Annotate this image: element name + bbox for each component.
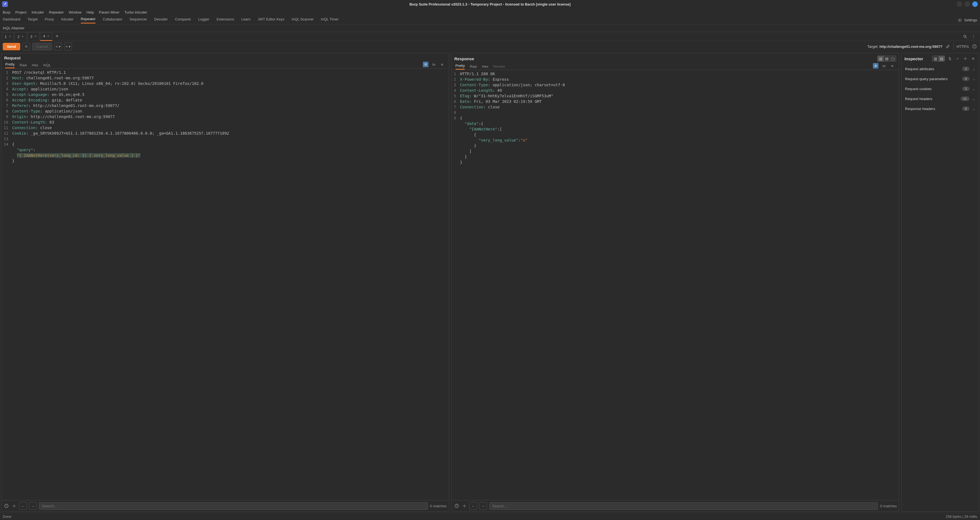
menu-project[interactable]: Project [15, 10, 26, 14]
chevron-down-icon: ⌄ [972, 97, 975, 101]
request-tab-pretty[interactable]: Pretty [5, 62, 15, 68]
help-icon[interactable]: ? [3, 503, 9, 509]
request-tab-hex[interactable]: Hex [32, 63, 38, 68]
gear-icon[interactable] [461, 503, 467, 509]
edit-target-icon[interactable] [945, 44, 951, 49]
layout-a-icon[interactable]: ▥ [932, 56, 939, 61]
response-actions-icon[interactable] [873, 63, 878, 68]
request-menu-icon[interactable]: ≡ [439, 62, 445, 67]
count-badge: 11 [961, 97, 969, 101]
add-tab-button[interactable]: + [53, 33, 62, 39]
search-next-button[interactable]: → [479, 502, 487, 510]
close-icon[interactable]: × [35, 35, 37, 38]
collapse-icon[interactable]: ÷ [955, 56, 960, 61]
close-icon[interactable]: × [22, 35, 24, 38]
gear-icon[interactable] [963, 56, 968, 61]
search-next-button[interactable]: → [29, 502, 37, 510]
request-search-matches: 0 matches [430, 504, 447, 508]
close-icon[interactable]: ✕ [970, 56, 976, 61]
request-search-input[interactable] [39, 502, 428, 510]
request-actions-icon[interactable] [423, 62, 428, 67]
tool-tab-collaborator[interactable]: Collaborator [103, 17, 123, 23]
request-editor[interactable]: 1234567891011121314 POST /rocketql HTTP/… [2, 68, 449, 500]
response-editor[interactable]: 123456789 HTTP/1.1 200 OKX-Powered-By: E… [452, 70, 899, 500]
help-icon[interactable]: ? [454, 503, 460, 509]
tool-tab-dashboard[interactable]: Dashboard [3, 17, 21, 23]
app-icon [2, 2, 8, 7]
inspector-row-request-cookies[interactable]: Request cookies2⌄ [902, 84, 978, 94]
inspector-row-request-attributes[interactable]: Request attributes2⌄ [902, 64, 978, 74]
response-tab-hex[interactable]: Hex [482, 64, 488, 70]
newline-icon[interactable]: \n [881, 63, 887, 68]
tool-tab-inql-attacker[interactable]: InQL Attacker [3, 26, 24, 30]
response-search-input[interactable] [489, 502, 878, 510]
layout-b-icon[interactable]: ▤ [939, 56, 945, 61]
inspector-title: Inspector [904, 56, 923, 61]
tool-tab-decoder[interactable]: Decoder [154, 17, 168, 23]
response-tab-raw[interactable]: Raw [470, 64, 477, 70]
repeater-tab-3[interactable]: 3× [27, 32, 40, 41]
window-title: Burp Suite Professional v2023.1.3 - Temp… [409, 2, 570, 6]
tool-tab-jwt-editor-keys[interactable]: JWT Editor Keys [258, 17, 285, 23]
close-icon[interactable]: × [47, 34, 49, 38]
tool-tab-intruder[interactable]: Intruder [61, 17, 74, 23]
expand-icon[interactable]: ⇅ [947, 56, 953, 61]
configure-send-button[interactable] [22, 43, 30, 50]
tool-tab-learn[interactable]: Learn [241, 17, 250, 23]
menu-burp[interactable]: Burp [3, 10, 10, 14]
more-icon[interactable]: ⋮ [970, 34, 976, 39]
send-button[interactable]: Send [3, 43, 20, 50]
window-close[interactable] [972, 2, 978, 7]
menubar: BurpProjectIntruderRepeaterWindowHelpPar… [0, 8, 980, 16]
history-next-button[interactable]: > ▾ [64, 43, 72, 50]
response-tab-render[interactable]: Render [493, 64, 505, 70]
layout-toggle[interactable]: ▥ ▤ ▢ [877, 55, 896, 62]
search-icon[interactable] [962, 34, 968, 39]
tool-tab-repeater[interactable]: Repeater [81, 17, 95, 24]
menu-intruder[interactable]: Intruder [32, 10, 44, 14]
request-tab-inql[interactable]: InQL [43, 63, 51, 68]
menu-window[interactable]: Window [68, 10, 81, 14]
menu-repeater[interactable]: Repeater [49, 10, 64, 14]
menu-param-miner[interactable]: Param Miner [99, 10, 119, 14]
search-prev-button[interactable]: ← [469, 502, 477, 510]
response-pane: Response ▥ ▤ ▢ PrettyRawHexRender \n ≡ [452, 53, 899, 512]
svg-point-3 [26, 46, 27, 47]
tool-tab-comparer[interactable]: Comparer [175, 17, 191, 23]
close-icon[interactable]: × [9, 35, 11, 38]
request-tab-raw[interactable]: Raw [20, 63, 27, 68]
inspector-row-request-headers[interactable]: Request headers11⌄ [902, 94, 978, 104]
repeater-tab-4[interactable]: 4× [40, 32, 52, 41]
cancel-button[interactable]: Cancel [32, 43, 52, 50]
layout-single-icon[interactable]: ▢ [890, 56, 896, 61]
help-icon[interactable]: ? [972, 44, 977, 49]
search-prev-button[interactable]: ← [19, 502, 27, 510]
settings-button[interactable]: Settings [957, 17, 977, 23]
tool-tab-logger[interactable]: Logger [198, 17, 209, 23]
tool-tabs-2: InQL Attacker [0, 24, 980, 32]
response-tab-pretty[interactable]: Pretty [455, 63, 465, 70]
menu-turbo-intruder[interactable]: Turbo Intruder [124, 10, 147, 14]
layout-rows-icon[interactable]: ▤ [884, 56, 890, 61]
svg-point-11 [464, 505, 465, 506]
tool-tab-target[interactable]: Target [28, 17, 38, 23]
response-menu-icon[interactable]: ≡ [889, 63, 895, 68]
menu-help[interactable]: Help [86, 10, 94, 14]
window-maximize[interactable] [964, 2, 970, 7]
tool-tab-extensions[interactable]: Extensions [216, 17, 234, 23]
svg-line-2 [966, 37, 967, 38]
repeater-tab-1[interactable]: 1× [2, 32, 14, 41]
gear-icon[interactable] [11, 503, 17, 509]
tool-tab-sequencer[interactable]: Sequencer [129, 17, 147, 23]
history-prev-button[interactable]: < ▾ [54, 43, 62, 50]
inspector-row-response-headers[interactable]: Response headers6⌄ [902, 104, 978, 114]
newline-icon[interactable]: \n [431, 62, 437, 67]
tool-tab-proxy[interactable]: Proxy [45, 17, 54, 23]
tool-tab-inql-scanner[interactable]: InQL Scanner [292, 17, 314, 23]
repeater-tab-2[interactable]: 2× [14, 32, 27, 41]
inspector-layout-toggle[interactable]: ▥ ▤ [932, 55, 945, 62]
layout-columns-icon[interactable]: ▥ [878, 56, 884, 61]
window-minimize[interactable] [957, 2, 962, 7]
tool-tab-inql-timer[interactable]: InQL Timer [321, 17, 339, 23]
inspector-row-request-query-parameters[interactable]: Request query parameters0⌄ [902, 74, 978, 84]
